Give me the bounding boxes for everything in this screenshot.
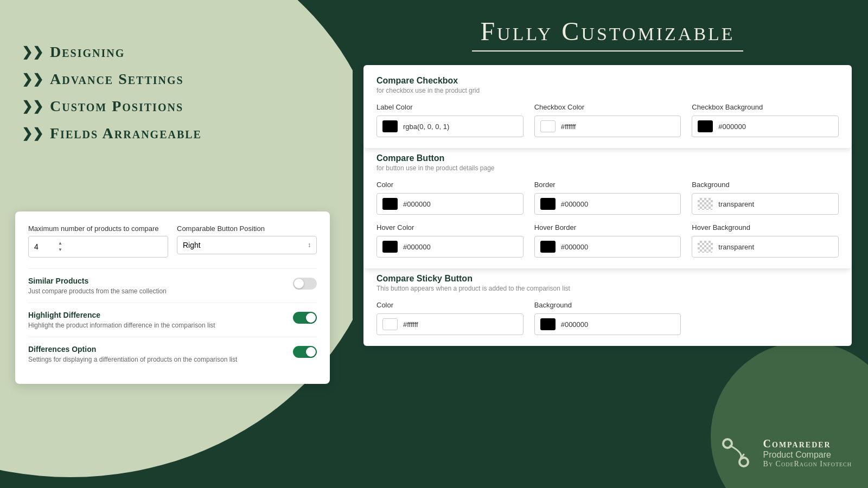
arrow-icon-fields-arrangeable: ❯❯ — [22, 126, 43, 141]
feature-item-fields-arrangeable: ❯❯ Fields Arrangeable — [22, 125, 228, 142]
label-color-input[interactable]: rgba(0, 0, 0, 1) — [376, 115, 524, 137]
sticky-color-input[interactable]: #ffffff — [376, 313, 524, 335]
brand-text-section: Compareder Product Compare By CodeRagon … — [763, 438, 852, 468]
toggle-highlight-title: Highlight Difference — [28, 311, 215, 319]
compare-checkbox-title: Compare Checkbox — [376, 76, 839, 86]
features-section: ❯❯ Designing ❯❯ Advance Settings ❯❯ Cust… — [22, 43, 228, 152]
toggle-differences-switch[interactable] — [293, 346, 317, 358]
hover-border-input[interactable]: #000000 — [534, 236, 681, 258]
max-products-stepper[interactable]: ▲ ▼ — [56, 241, 65, 253]
compare-checkbox-card: Compare Checkbox for checkbox use in the… — [363, 65, 852, 148]
arrow-icon-custom-positions: ❯❯ — [22, 99, 43, 114]
max-products-field: Maximum number of products to compare ▲ … — [28, 224, 168, 258]
compare-button-row1: Color #000000 Border #000000 Background — [376, 181, 839, 215]
feature-label-designing: Designing — [50, 43, 125, 61]
chevron-down-icon: ↕ — [308, 241, 311, 249]
hover-color-value: #000000 — [403, 243, 431, 251]
feature-list: ❯❯ Designing ❯❯ Advance Settings ❯❯ Cust… — [22, 43, 228, 142]
max-products-input[interactable] — [34, 242, 56, 251]
checkbox-bg-field: Checkbox Background #000000 — [692, 103, 839, 137]
btn-border-label: Border — [534, 181, 681, 189]
hover-color-label: Hover Color — [376, 223, 524, 232]
max-products-input-wrap[interactable]: ▲ ▼ — [28, 236, 168, 258]
sticky-bg-value: #000000 — [561, 320, 589, 329]
hover-bg-input[interactable]: transparent — [692, 236, 839, 258]
button-position-value: Right — [183, 241, 308, 249]
right-panel: Fully Customizable Compare Checkbox for … — [347, 0, 868, 488]
sticky-color-label: Color — [376, 301, 524, 309]
arrow-icon-advance-settings: ❯❯ — [22, 72, 43, 87]
sticky-bg-input[interactable]: #000000 — [534, 313, 681, 335]
btn-color-label: Color — [376, 181, 524, 189]
toggle-highlight-info: Highlight Difference Highlight the produ… — [28, 311, 215, 329]
toggle-similar-products-info: Similar Products Just compare products f… — [28, 277, 167, 295]
arrow-icon-designing: ❯❯ — [22, 44, 43, 60]
compare-sticky-card: Compare Sticky Button This button appear… — [363, 263, 852, 346]
hover-color-input[interactable]: #000000 — [376, 236, 524, 258]
checkbox-bg-label: Checkbox Background — [692, 103, 839, 111]
hover-color-field: Hover Color #000000 — [376, 223, 524, 258]
compare-sticky-subtitle: This button appears when a product is ad… — [376, 285, 839, 292]
btn-color-swatch — [382, 198, 398, 210]
compare-sticky-fields: Color #ffffff Background #000000 — [376, 301, 839, 335]
checkbox-bg-input[interactable]: #000000 — [692, 115, 839, 137]
hover-bg-label: Hover Background — [692, 223, 839, 232]
toggle-differences-title: Differences Option — [28, 345, 237, 354]
checkbox-color-swatch — [540, 120, 556, 132]
compare-button-subtitle: for button use in the product details pa… — [376, 164, 839, 172]
hover-bg-field: Hover Background transparent — [692, 223, 839, 258]
hover-border-value: #000000 — [561, 243, 589, 251]
checkbox-color-input[interactable]: #ffffff — [534, 115, 681, 137]
checkbox-color-value: #ffffff — [561, 123, 576, 131]
compare-sticky-title: Compare Sticky Button — [376, 274, 839, 284]
feature-item-advance-settings: ❯❯ Advance Settings — [22, 70, 228, 88]
checkbox-bg-swatch — [698, 120, 713, 132]
button-position-label: Comparable Button Position — [177, 224, 317, 233]
title-underline — [472, 50, 743, 52]
compare-button-row2: Hover Color #000000 Hover Border #000000… — [376, 223, 839, 258]
compare-button-card: Compare Button for button use in the pro… — [363, 143, 852, 268]
btn-border-value: #000000 — [561, 200, 589, 208]
page-title: Fully Customizable — [347, 16, 868, 46]
stepper-up-button[interactable]: ▲ — [56, 241, 65, 246]
toggle-similar-products: Similar Products Just compare products f… — [28, 268, 317, 303]
btn-bg-input[interactable]: transparent — [692, 193, 839, 215]
settings-card: Maximum number of products to compare ▲ … — [15, 211, 330, 384]
sticky-color-field: Color #ffffff — [376, 301, 524, 335]
stepper-down-button[interactable]: ▼ — [56, 247, 65, 253]
brand-tagline: Product Compare — [763, 450, 852, 460]
compare-checkbox-subtitle: for checkbox use in the product grid — [376, 87, 839, 94]
page-title-section: Fully Customizable — [347, 0, 868, 52]
btn-bg-swatch — [698, 198, 713, 210]
btn-border-input[interactable]: #000000 — [534, 193, 681, 215]
feature-label-fields-arrangeable: Fields Arrangeable — [50, 125, 202, 142]
btn-color-field: Color #000000 — [376, 181, 524, 215]
btn-bg-value: transparent — [718, 200, 754, 208]
sticky-color-swatch — [382, 318, 398, 330]
hover-border-swatch — [540, 241, 556, 253]
btn-bg-field: Background transparent — [692, 181, 839, 215]
branding-section: Compareder Product Compare By CodeRagon … — [717, 434, 852, 472]
brand-icon — [717, 434, 755, 472]
hover-bg-value: transparent — [718, 243, 754, 251]
sticky-bg-label: Background — [534, 301, 681, 309]
hover-color-swatch — [382, 241, 398, 253]
checkbox-bg-value: #000000 — [718, 123, 746, 131]
checkbox-color-field: Checkbox Color #ffffff — [534, 103, 681, 137]
button-position-select-wrap[interactable]: Right ↕ — [177, 236, 317, 254]
toggle-differences-option: Differences Option Settings for displayi… — [28, 337, 317, 371]
hover-bg-swatch — [698, 241, 713, 253]
btn-color-input[interactable]: #000000 — [376, 193, 524, 215]
sticky-color-value: #ffffff — [403, 320, 418, 329]
toggle-highlight-switch[interactable] — [293, 312, 317, 324]
brand-by: By CodeRagon Infotech — [763, 460, 852, 468]
compare-checkbox-fields: Label Color rgba(0, 0, 0, 1) Checkbox Co… — [376, 103, 839, 137]
toggle-similar-products-switch[interactable] — [293, 278, 317, 290]
label-color-field: Label Color rgba(0, 0, 0, 1) — [376, 103, 524, 137]
brand-name: Compareder — [763, 438, 852, 450]
label-color-label: Label Color — [376, 103, 524, 111]
sticky-placeholder — [692, 301, 839, 335]
toggle-similar-products-desc: Just compare products from the same coll… — [28, 287, 167, 295]
cards-container: Compare Checkbox for checkbox use in the… — [363, 65, 852, 346]
btn-border-field: Border #000000 — [534, 181, 681, 215]
